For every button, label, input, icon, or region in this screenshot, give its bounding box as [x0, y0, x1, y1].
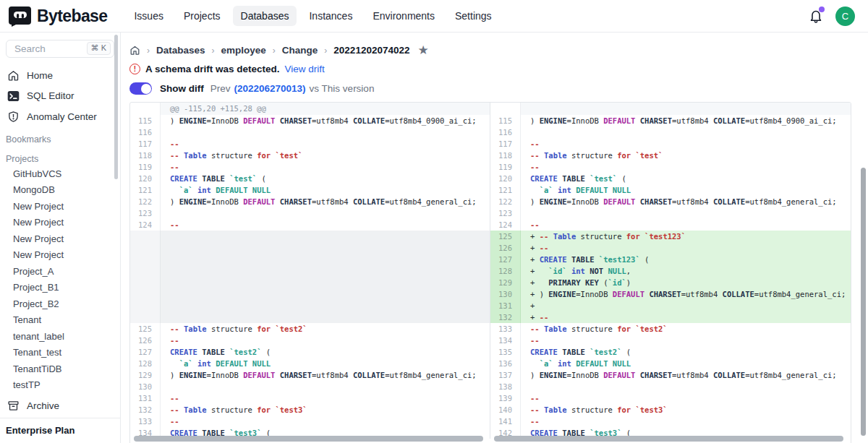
user-avatar[interactable]: C [835, 7, 855, 26]
breadcrumb-separator: › [273, 46, 276, 56]
diff-line [130, 265, 490, 277]
diff-line: 125-- Table structure for `test2` [130, 323, 490, 335]
diff-line: 115) ENGINE=InnoDB DEFAULT CHARSET=utf8m… [130, 115, 490, 126]
sidebar-scrollbar[interactable] [114, 35, 118, 179]
diff-line: 117-- [490, 138, 851, 150]
diff-line: 141-- [490, 416, 851, 427]
shield-icon [7, 111, 20, 123]
sidebar-item-label: SQL Editor [27, 90, 75, 101]
diff-line: 136 `a` int DEFAULT NULL [490, 358, 851, 369]
project-item[interactable]: Project_A [0, 264, 120, 280]
project-item[interactable]: testTP [0, 377, 120, 394]
sidebar-item-home[interactable]: Home [0, 65, 120, 86]
project-item[interactable]: New Project [0, 199, 120, 215]
breadcrumb-home-icon[interactable] [129, 45, 140, 56]
diff-line: 115) ENGINE=InnoDB DEFAULT CHARSET=utf8m… [490, 115, 851, 126]
topnav-item-instances[interactable]: Instances [301, 6, 360, 26]
diff-line: 130+ ) ENGINE=InnoDB DEFAULT CHARSET=utf… [490, 288, 851, 300]
search-box[interactable]: ⌘ K [6, 40, 114, 58]
diff-line: 131-- [130, 392, 490, 404]
project-item[interactable]: Tenant [0, 312, 120, 329]
project-item[interactable]: Tenant_test [0, 345, 120, 361]
diff-line: 123 [130, 207, 490, 219]
diff-line [130, 288, 490, 300]
diff-line [130, 300, 490, 311]
diff-line: 124-- [130, 219, 490, 231]
diff-line: 129+ PRIMARY KEY (`id`) [490, 277, 851, 288]
diff-line: 132+ -- [490, 311, 851, 323]
sidebar-item-sql-editor[interactable]: SQL Editor [0, 86, 120, 106]
diff-toolbar: Show diff Prev (202206270013) vs This ve… [129, 82, 868, 95]
diff-line: 128+ `id` int NOT NULL, [490, 265, 851, 277]
search-input[interactable] [13, 43, 75, 55]
sidebar-item-label: Archive [27, 400, 59, 411]
project-item[interactable]: MongoDB [0, 182, 120, 199]
diff-line: 133-- Table structure for `test2` [490, 323, 851, 335]
project-item[interactable]: New Project [0, 215, 120, 231]
sidebar-item-anomaly-center[interactable]: Anomaly Center [0, 106, 120, 127]
diff-line: 126-- [130, 335, 490, 346]
project-list: GitHubVCSMongoDBNew ProjectNew ProjectNe… [0, 166, 120, 395]
schema-drift-alert: ! A schema drift was detected. View drif… [129, 64, 868, 74]
main-content: ›Databases›employee›Change›2022120207402… [121, 33, 868, 443]
diff-line: 128 `a` int DEFAULT NULL [130, 358, 490, 369]
view-drift-link[interactable]: View drift [285, 64, 325, 74]
sidebar: ⌘ K Home SQL Editor [0, 33, 121, 443]
alert-icon: ! [129, 64, 140, 74]
diff-line: 129) ENGINE=InnoDB DEFAULT CHARSET=utf8m… [130, 369, 490, 381]
right-horizontal-scrollbar[interactable] [494, 436, 843, 442]
bookmarks-section-label: Bookmarks [0, 127, 120, 147]
breadcrumb-link-employee[interactable]: employee [221, 45, 266, 56]
toggle-knob [141, 84, 151, 94]
diff-line: 139-- [490, 392, 851, 404]
diff-line: 138 [490, 381, 851, 392]
topnav-item-issues[interactable]: Issues [126, 6, 171, 26]
prev-version-link[interactable]: (202206270013) [234, 83, 306, 94]
diff-line: 116 [130, 126, 490, 138]
schema-diff-panel: @@ -115,20 +115,28 @@115) ENGINE=InnoDB … [129, 102, 851, 443]
project-item[interactable]: Project_B2 [0, 296, 120, 313]
diff-line [130, 311, 490, 323]
topnav-item-settings[interactable]: Settings [447, 6, 500, 26]
project-item[interactable]: tenant_label [0, 329, 120, 345]
diff-line: 127+ CREATE TABLE `test123` ( [490, 254, 851, 265]
breadcrumb-link-databases[interactable]: Databases [156, 45, 205, 56]
project-item[interactable]: New Project [0, 247, 120, 264]
diff-line: 122) ENGINE=InnoDB DEFAULT CHARSET=utf8m… [490, 196, 851, 207]
bytebase-logo[interactable]: Bytebase [9, 6, 107, 27]
diff-line: 125+ -- Table structure for `test123` [490, 231, 851, 242]
prev-label: Prev [210, 83, 231, 94]
notification-bell-icon[interactable] [808, 8, 824, 24]
diff-hunk-header: @@ -115,20 +115,28 @@ [130, 103, 490, 115]
diff-line: 118-- Table structure for `test` [490, 150, 851, 161]
topnav-item-databases[interactable]: Databases [233, 6, 297, 26]
diff-line [130, 277, 490, 288]
bookmark-star-icon[interactable]: ★ [417, 44, 428, 56]
topnav-item-environments[interactable]: Environments [365, 6, 443, 26]
show-diff-toggle[interactable] [129, 82, 152, 95]
diff-column-previous: @@ -115,20 +115,28 @@115) ENGINE=InnoDB … [130, 103, 490, 439]
show-diff-label: Show diff [160, 83, 204, 94]
sidebar-item-label: Anomaly Center [27, 111, 97, 122]
diff-line: 117-- [130, 138, 490, 150]
brand-name: Bytebase [37, 7, 107, 26]
diff-line: 122) ENGINE=InnoDB DEFAULT CHARSET=utf8m… [130, 196, 490, 207]
archive-icon [7, 400, 20, 412]
breadcrumb-separator: › [324, 46, 327, 56]
diff-line: 124-- [490, 219, 851, 231]
breadcrumb: ›Databases›employee›Change›2022120207402… [129, 33, 868, 56]
project-item[interactable]: TenantTiDB [0, 361, 120, 378]
project-item[interactable]: Project_B1 [0, 280, 120, 296]
sidebar-item-archive[interactable]: Archive [7, 400, 113, 412]
topnav-item-projects[interactable]: Projects [176, 6, 229, 26]
sidebar-nav: Home SQL Editor Anomaly Center [0, 65, 120, 127]
diff-line [130, 254, 490, 265]
breadcrumb-link-change[interactable]: Change [282, 45, 318, 56]
projects-section-label: Projects [0, 147, 120, 166]
left-horizontal-scrollbar[interactable] [134, 436, 483, 442]
project-item[interactable]: New Project [0, 231, 120, 248]
diff-line: 118-- Table structure for `test` [130, 150, 490, 161]
bytebase-logo-icon [9, 6, 31, 27]
page-vertical-scrollbar[interactable] [861, 168, 866, 436]
project-item[interactable]: GitHubVCS [0, 166, 120, 183]
